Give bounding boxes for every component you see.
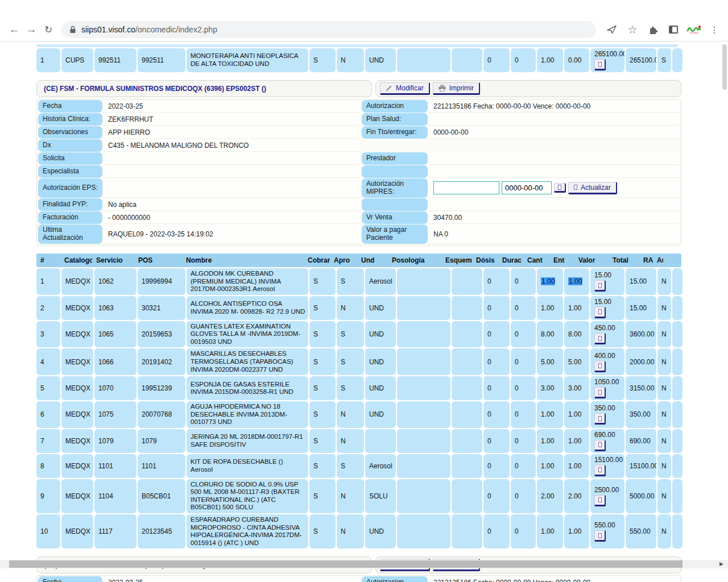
menu-kebab-icon[interactable]: ⋮ — [706, 22, 722, 38]
cell-total: 15.00 — [626, 268, 656, 295]
form-row-historia: Historia Clínica: ZEK6FRRHUT Plan Salud: — [38, 113, 680, 126]
header-nombre: Nombre — [182, 253, 304, 267]
valor-detail-button[interactable] — [594, 495, 606, 506]
field-label: Historia Clínica: — [38, 113, 102, 126]
bookmark-star-icon[interactable]: ☆ — [624, 22, 640, 38]
cell-aut — [672, 321, 682, 348]
vertical-scrollbar-thumb[interactable] — [722, 44, 727, 90]
scroll-right-arrow-icon[interactable]: ▶ — [719, 560, 723, 568]
horizontal-scrollbar[interactable]: ▶ — [0, 560, 728, 568]
field-label: Fin Tto/entregar: — [362, 126, 428, 139]
cell-ra: N — [657, 401, 671, 428]
cell-durac: 0 — [511, 429, 536, 453]
cell-servicio: 1101 — [94, 454, 136, 478]
table-row: 8MEDQX11011101KIT DE ROPA DESECHABLE () … — [36, 454, 681, 478]
table-row: 10MEDQX111720123545ESPARADRAPO CUREBAND … — [36, 514, 681, 548]
cell-und — [365, 429, 396, 453]
cell-dosis: 0 — [483, 454, 510, 478]
valor-detail-button[interactable] — [594, 465, 606, 476]
field-value: C435 - MELANOMA MALIGNO DEL TRONCO — [102, 139, 359, 152]
cell-und: UND — [365, 401, 396, 428]
valor-detail-button[interactable] — [594, 361, 606, 372]
cell-servicio: 1104 — [94, 479, 136, 513]
cell-ra: N — [657, 429, 671, 453]
cell-num: 10 — [36, 514, 60, 548]
cell-durac: 0 — [511, 514, 536, 548]
cell-esquema — [452, 376, 482, 400]
cell-posologia — [397, 48, 450, 72]
cell-aut — [672, 376, 682, 400]
cell-apro: S — [337, 268, 364, 295]
cell-esquema — [452, 321, 482, 348]
field-label: Fecha — [38, 576, 102, 582]
cell-cant: 1.00 — [537, 429, 563, 453]
items-table-header: #CatalogoServicioPOSNombreCobrarAproUndP… — [36, 253, 681, 267]
mipres-date-input[interactable] — [502, 181, 552, 194]
forward-icon[interactable]: → — [23, 21, 40, 38]
cell-aut — [672, 401, 682, 428]
cell-ra: S — [657, 48, 671, 72]
cell-durac: 0 — [511, 376, 536, 400]
field-value: APP HIERRO — [102, 126, 359, 139]
cell-ra: N — [657, 479, 671, 513]
selected-cant-value[interactable]: 1.00 — [541, 277, 555, 285]
cell-nombre: ESPONJA DE GASAS ESTERILE INVIMA 2015DM-… — [187, 376, 308, 400]
field-label: Vr Venta — [362, 211, 428, 224]
cell-apro: S — [337, 376, 364, 400]
cell-cant: 1.00 — [537, 514, 563, 548]
selected-ent-value[interactable]: 1.00 — [568, 277, 582, 285]
field-label: Facturación — [38, 211, 102, 224]
cell-catalogo: MEDQX — [61, 376, 93, 400]
field-value: ZEK6FRRHUT — [102, 113, 359, 126]
extensions-icon[interactable] — [645, 22, 661, 38]
cell-nombre: KIT DE ROPA DESECHABLE () Aerosol — [187, 454, 308, 478]
cell-nombre: GUANTES LATEX EXAMINATION GLOVES TALLA M… — [187, 321, 308, 348]
back-icon[interactable]: ← — [6, 21, 23, 38]
form-row-ultima-actualizacion: Ultima Actualización RAQUEL09 - 2022-03-… — [38, 225, 680, 244]
cell-catalogo: MEDQX — [61, 514, 93, 548]
cell-nombre: AGUJA HIPODÉRMICA NO 18 DESECHABLE INVIM… — [187, 401, 308, 428]
cell-ent: 1.00 — [564, 268, 589, 295]
valor-detail-button[interactable] — [594, 280, 606, 292]
cell-num: 4 — [36, 348, 60, 375]
cell-dosis: 0 — [483, 479, 510, 513]
field-label: Autorización MIPRES: — [362, 178, 428, 198]
mipres-actualizar-button[interactable]: Actualizar — [568, 182, 617, 194]
box-glyph-icon — [598, 467, 602, 472]
valor-detail-button[interactable] — [594, 387, 606, 398]
valor-detail-button[interactable] — [594, 530, 606, 542]
cell-nombre: CLORURO DE SODIO AL 0.9% USP 500 ML 2008… — [187, 479, 308, 513]
cell-aut — [672, 514, 682, 548]
tab-panel-icon[interactable] — [665, 22, 681, 38]
cell-catalogo: MEDQX — [61, 268, 93, 295]
horizontal-scrollbar-thumb[interactable] — [9, 560, 682, 568]
cell-posologia — [397, 454, 450, 478]
field-value — [428, 198, 680, 211]
mipres-number-input[interactable] — [433, 181, 499, 194]
url-bar[interactable]: siips01.visof.co/oncomedic/index2.php — [61, 21, 596, 38]
valor-detail-button[interactable] — [594, 440, 606, 451]
send-icon[interactable] — [604, 22, 620, 38]
cell-ra: N — [657, 296, 671, 320]
mipres-picker-button[interactable] — [554, 183, 566, 193]
cell-valor: 690.00 — [590, 429, 624, 453]
items-table-body: 1MEDQX106219996994ALGODON MK CUREBAND (P… — [36, 268, 681, 548]
profile-logo[interactable]: visomed — [686, 22, 702, 38]
field-value: NA 0 — [428, 225, 680, 244]
fsm-imprimir-button[interactable]: Imprimir — [433, 82, 480, 95]
cell-esquema — [452, 429, 482, 453]
cell-cobrar: S — [309, 296, 336, 320]
cell-cobrar: S — [309, 268, 336, 295]
reload-icon[interactable]: ↻ — [40, 21, 57, 38]
valor-detail-button[interactable] — [594, 413, 606, 425]
cell-posologia — [397, 514, 450, 548]
fsm-modificar-button[interactable]: Modificar — [380, 82, 430, 95]
cell-posologia — [397, 296, 450, 320]
valor-detail-button[interactable] — [594, 307, 606, 318]
field-label: Finalidad PYP: — [38, 198, 102, 211]
valor-detail-button[interactable] — [594, 333, 606, 344]
cell-cant: 3.00 — [537, 376, 563, 400]
table-row: 4MEDQX106620191402MASCARILLAS DESECHABLE… — [36, 348, 681, 375]
cell-dosis: 0 — [483, 429, 510, 453]
valor-detail-button[interactable] — [594, 59, 606, 70]
